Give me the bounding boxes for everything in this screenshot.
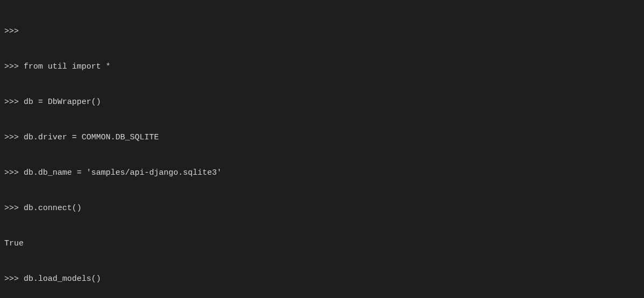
terminal-line: >>> db.connect() — [4, 203, 640, 214]
terminal-line: >>> db.driver = COMMON.DB_SQLITE — [4, 132, 640, 144]
terminal-line: >>> db = DbWrapper() — [4, 96, 640, 108]
terminal-line: True — [4, 238, 640, 250]
terminal-line: >>> from util import * — [4, 61, 640, 73]
terminal-line: >>> db.load_models() — [4, 273, 640, 285]
terminal-output[interactable]: >>> >>> from util import * >>> db = DbWr… — [0, 0, 644, 298]
terminal-line: >>> db.db_name = 'samples/api-django.sql… — [4, 167, 640, 179]
terminal-line: >>> — [4, 26, 640, 38]
